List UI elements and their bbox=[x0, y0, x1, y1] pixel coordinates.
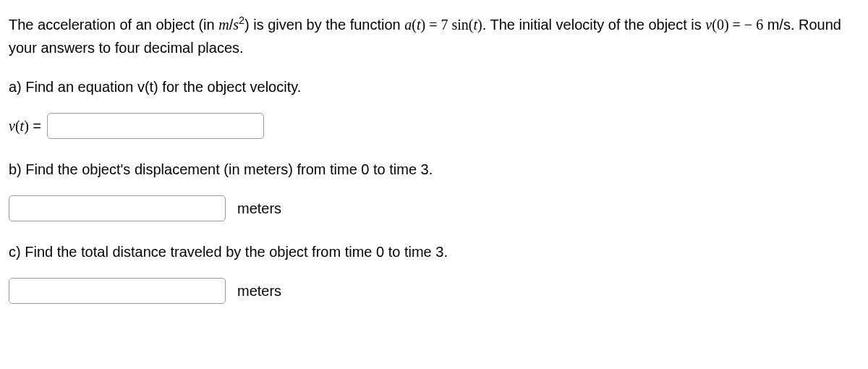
unit-m: m bbox=[218, 17, 229, 33]
func-a: a bbox=[404, 17, 412, 33]
part-b-answer-row: meters bbox=[9, 195, 859, 221]
eq-1: = bbox=[425, 17, 441, 33]
label-open: ( bbox=[15, 118, 20, 134]
zero: 0 bbox=[717, 17, 724, 33]
func-v: v bbox=[705, 17, 712, 33]
distance-input[interactable] bbox=[9, 278, 226, 304]
intro-text-1: The acceleration of an object (in bbox=[9, 17, 218, 33]
paren-open-3: ( bbox=[712, 17, 717, 33]
meters-label-b: meters bbox=[237, 197, 281, 220]
part-a-question: a) Find an equation v(t) for the object … bbox=[9, 75, 859, 98]
part-a-answer-row: v(t) = bbox=[9, 113, 859, 139]
unit-s: s bbox=[233, 17, 239, 33]
part-c-question: c) Find the total distance traveled by t… bbox=[9, 240, 859, 263]
label-close: ) bbox=[24, 118, 29, 134]
sin: sin bbox=[451, 17, 468, 33]
coef-7: 7 bbox=[441, 17, 451, 33]
part-c-answer-row: meters bbox=[9, 278, 859, 304]
velocity-equation-input[interactable] bbox=[47, 113, 264, 139]
label-v: v bbox=[9, 118, 15, 134]
displacement-input[interactable] bbox=[9, 195, 226, 221]
meters-label-c: meters bbox=[237, 279, 281, 302]
paren-close-2: ) bbox=[477, 17, 482, 33]
problem-intro: The acceleration of an object (in m/s2) … bbox=[9, 13, 859, 59]
paren-close-3: ) bbox=[724, 17, 729, 33]
eq-2: = bbox=[729, 17, 744, 33]
neg6: − 6 bbox=[744, 17, 763, 33]
paren-open-1: ( bbox=[412, 17, 417, 33]
intro-text-3: . The initial velocity of the object is bbox=[482, 17, 706, 33]
unit-exp: 2 bbox=[239, 14, 244, 26]
part-b-question: b) Find the object's displacement (in me… bbox=[9, 158, 859, 181]
label-eq: = bbox=[29, 118, 41, 134]
intro-text-2: ) is given by the function bbox=[244, 17, 404, 33]
vt-label: v(t) = bbox=[9, 114, 41, 137]
